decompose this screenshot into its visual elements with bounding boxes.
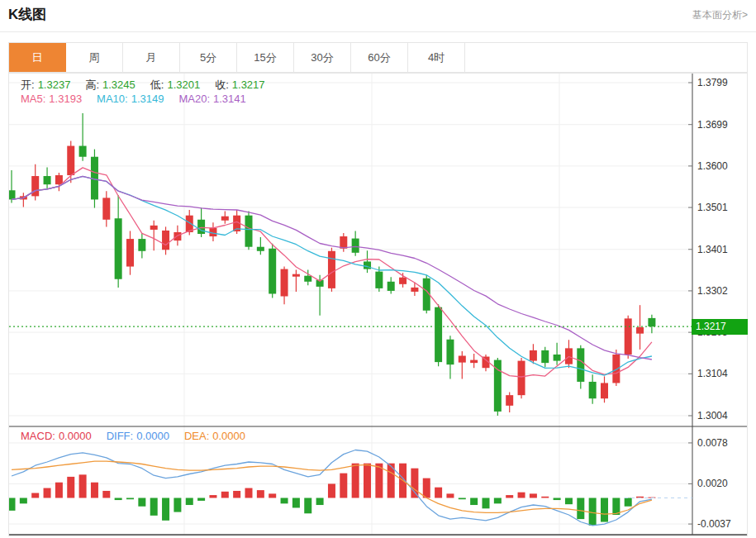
macd-axis-label: 0.0020: [697, 478, 745, 489]
macd-axis-label: 0.0078: [697, 437, 745, 449]
tab-2-月[interactable]: 月: [123, 43, 180, 72]
readout-pair: MA5:1.3193: [21, 93, 85, 105]
readout-pair: MA20:1.3141: [178, 93, 249, 105]
readout-pair: MA10:1.3149: [97, 93, 167, 105]
tab-0-日[interactable]: 日: [9, 43, 66, 72]
price-axis-label: 1.3501: [697, 202, 745, 213]
readout-pair: 收:1.3217: [215, 79, 268, 91]
price-axis-label: 1.3104: [697, 368, 745, 379]
readout-pair: DEA:0.0000: [184, 430, 249, 442]
tab-7-4时[interactable]: 4时: [408, 43, 465, 72]
ohlc-readout: 开:1.3237高:1.3245低:1.3201收:1.3217: [21, 78, 280, 93]
ma-readout: MA5:1.3193MA10:1.3149MA20:1.3141: [21, 93, 261, 105]
tabbar-filler: [465, 43, 747, 72]
title-divider: [0, 31, 756, 32]
fundamental-analysis-link[interactable]: 基本面分析>: [692, 8, 748, 22]
price-axis-label: 1.3401: [697, 244, 745, 255]
chart-area: 开:1.3237高:1.3245低:1.3201收:1.3217 MA5:1.3…: [8, 73, 748, 536]
price-axis-label: 1.3004: [697, 410, 745, 421]
tab-5-30分[interactable]: 30分: [294, 43, 351, 72]
page-title: K线图: [8, 5, 46, 24]
price-axis-label: 1.3302: [697, 285, 745, 297]
readout-pair: MACD:0.0000: [21, 430, 95, 442]
tab-1-周[interactable]: 周: [66, 43, 123, 72]
interval-tabbar: 日周月5分15分30分60分4时: [8, 42, 748, 73]
macd-axis-label: -0.0037: [697, 518, 745, 530]
kline-widget: K线图 基本面分析> 日周月5分15分30分60分4时 开:1.3237高:1.…: [0, 0, 756, 538]
tab-4-15分[interactable]: 15分: [237, 43, 294, 72]
price-axis-label: 1.3600: [697, 160, 745, 172]
readout-pair: 开:1.3237: [21, 79, 74, 91]
readout-pair: 高:1.3245: [85, 79, 138, 91]
readout-pair: 低:1.3201: [150, 79, 203, 91]
tab-3-5分[interactable]: 5分: [180, 43, 237, 72]
tab-6-60分[interactable]: 60分: [351, 43, 408, 72]
readout-pair: DIFF:0.0000: [107, 430, 173, 442]
kline-chart-svg[interactable]: [9, 74, 747, 536]
macd-readout: MACD:0.0000DIFF:0.0000DEA:0.0000: [21, 430, 260, 442]
price-axis-label: 1.3799: [697, 77, 745, 88]
price-axis-label: 1.3699: [697, 119, 745, 131]
current-price-tag: 1.3217: [692, 319, 748, 335]
